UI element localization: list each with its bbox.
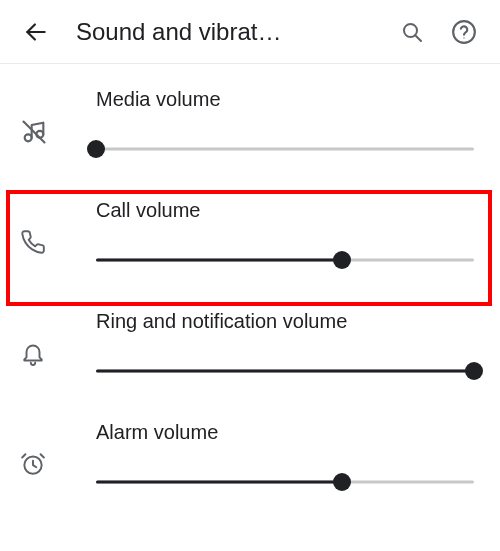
arrow-back-icon [23, 19, 49, 45]
media-volume-row: Media volume [0, 76, 500, 171]
media-volume-label: Media volume [96, 88, 474, 111]
slider-thumb[interactable] [333, 473, 351, 491]
search-button[interactable] [392, 12, 432, 52]
call-volume-label: Call volume [96, 199, 474, 222]
ring-volume-label: Ring and notification volume [96, 310, 474, 333]
back-button[interactable] [16, 12, 56, 52]
svg-point-4 [463, 37, 464, 38]
svg-line-2 [415, 35, 421, 41]
phone-icon [20, 229, 60, 255]
app-header: Sound and vibrat… [0, 0, 500, 64]
media-volume-slider[interactable] [96, 139, 474, 159]
search-icon [400, 20, 424, 44]
media-mute-icon [20, 118, 60, 146]
alarm-volume-row: Alarm volume [0, 409, 500, 504]
alarm-volume-label: Alarm volume [96, 421, 474, 444]
bell-icon [20, 340, 60, 366]
svg-point-3 [453, 21, 475, 43]
call-volume-slider[interactable] [96, 250, 474, 270]
alarm-icon [20, 451, 60, 477]
volume-list: Media volume Call volume [0, 64, 500, 504]
help-button[interactable] [444, 12, 484, 52]
alarm-volume-slider[interactable] [96, 472, 474, 492]
ring-volume-slider[interactable] [96, 361, 474, 381]
page-title: Sound and vibrat… [68, 18, 380, 46]
help-icon [451, 19, 477, 45]
ring-volume-row: Ring and notification volume [0, 298, 500, 393]
slider-thumb[interactable] [87, 140, 105, 158]
slider-thumb[interactable] [465, 362, 483, 380]
slider-thumb[interactable] [333, 251, 351, 269]
call-volume-row: Call volume [0, 187, 500, 282]
